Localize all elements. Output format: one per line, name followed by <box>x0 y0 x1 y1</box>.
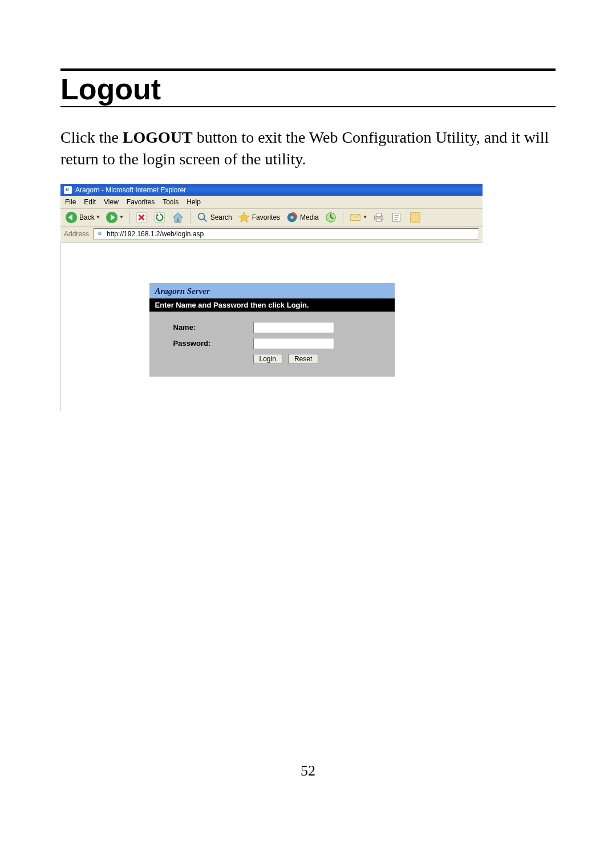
forward-dropdown-icon <box>120 216 123 219</box>
heading-rule-bottom <box>60 106 556 107</box>
svg-line-12 <box>204 218 207 221</box>
favorites-button[interactable]: Favorites <box>237 211 281 224</box>
forward-button[interactable] <box>104 211 124 224</box>
document-page: Logout Click the LOGOUT button to exit t… <box>0 0 616 848</box>
body-paragraph: Click the LOGOUT button to exit the Web … <box>60 127 556 170</box>
back-dropdown-icon <box>96 216 100 219</box>
edit-page-icon <box>391 211 403 224</box>
name-input[interactable] <box>253 322 334 333</box>
toolbar-separator <box>190 211 191 224</box>
mail-button[interactable] <box>348 211 368 224</box>
login-button[interactable]: Login <box>253 354 282 364</box>
mail-icon <box>349 211 362 224</box>
stop-button[interactable] <box>134 211 149 224</box>
back-button[interactable]: Back <box>64 211 101 224</box>
svg-rect-27 <box>411 212 420 222</box>
media-button[interactable]: Media <box>285 211 320 224</box>
svg-rect-22 <box>376 219 381 221</box>
menu-help[interactable]: Help <box>187 198 201 206</box>
menu-tools[interactable]: Tools <box>163 198 179 206</box>
name-label: Name: <box>156 323 253 332</box>
refresh-button[interactable] <box>152 211 167 224</box>
menu-edit[interactable]: Edit <box>84 198 96 206</box>
media-icon <box>286 211 298 224</box>
toolbar: Back <box>60 209 483 227</box>
heading-rule-top <box>60 68 556 71</box>
print-button[interactable] <box>371 211 386 224</box>
password-row: Password: <box>156 338 388 349</box>
menu-file[interactable]: File <box>65 198 76 206</box>
back-label: Back <box>79 213 95 221</box>
address-field[interactable]: http://192.168.1.2/web/login.asp <box>94 228 479 240</box>
window-title: Aragorn - Microsoft Internet Explorer <box>75 186 186 194</box>
toolbar-separator <box>343 211 343 224</box>
menu-view[interactable]: View <box>104 198 119 206</box>
media-label: Media <box>300 213 319 221</box>
discuss-icon <box>409 211 422 224</box>
address-bar: Address http://192.168.1.2/web/login.asp <box>60 227 483 243</box>
login-panel-title: Aragorn Server <box>149 283 395 298</box>
back-arrow-icon <box>65 211 78 224</box>
favorites-star-icon <box>238 211 250 224</box>
reset-button[interactable]: Reset <box>288 354 318 364</box>
browser-viewport: Aragorn Server Enter Name and Password t… <box>60 243 483 411</box>
address-value: http://192.168.1.2/web/login.asp <box>107 230 204 238</box>
window-titlebar: Aragorn - Microsoft Internet Explorer <box>60 184 483 196</box>
refresh-icon <box>153 211 166 224</box>
password-label: Password: <box>156 339 253 348</box>
name-row: Name: <box>156 322 388 333</box>
search-icon <box>196 211 209 224</box>
address-label: Address <box>64 230 90 238</box>
menu-favorites[interactable]: Favorites <box>127 198 155 206</box>
body-text-bold: LOGOUT <box>123 128 193 146</box>
svg-marker-13 <box>239 212 249 221</box>
home-icon <box>172 211 184 224</box>
edit-button[interactable] <box>390 211 404 224</box>
home-button[interactable] <box>171 211 185 224</box>
browser-window: Aragorn - Microsoft Internet Explorer Fi… <box>60 184 483 411</box>
menu-bar: File Edit View Favorites Tools Help <box>60 196 483 209</box>
stop-icon <box>135 211 148 224</box>
button-row: Login Reset <box>156 354 388 364</box>
svg-point-15 <box>290 216 294 219</box>
history-icon <box>325 211 337 224</box>
search-label: Search <box>210 213 232 221</box>
toolbar-separator <box>129 211 129 224</box>
password-input[interactable] <box>253 338 334 349</box>
body-text-pre: Click the <box>60 128 123 146</box>
print-icon <box>372 211 385 224</box>
svg-rect-21 <box>376 213 381 216</box>
forward-arrow-icon <box>106 211 118 224</box>
discuss-button[interactable] <box>408 211 423 224</box>
page-icon <box>96 230 104 238</box>
mail-dropdown-icon <box>363 216 367 219</box>
page-number: 52 <box>0 762 616 780</box>
history-button[interactable] <box>323 211 338 224</box>
page-title: Logout <box>60 74 556 106</box>
search-button[interactable]: Search <box>195 211 233 224</box>
login-panel: Aragorn Server Enter Name and Password t… <box>149 283 395 377</box>
ie-icon <box>64 186 72 194</box>
favorites-label: Favorites <box>252 213 280 221</box>
login-instruction: Enter Name and Password then click Login… <box>149 298 395 312</box>
svg-rect-10 <box>177 218 179 221</box>
login-form: Name: Password: Login Reset <box>149 312 395 377</box>
